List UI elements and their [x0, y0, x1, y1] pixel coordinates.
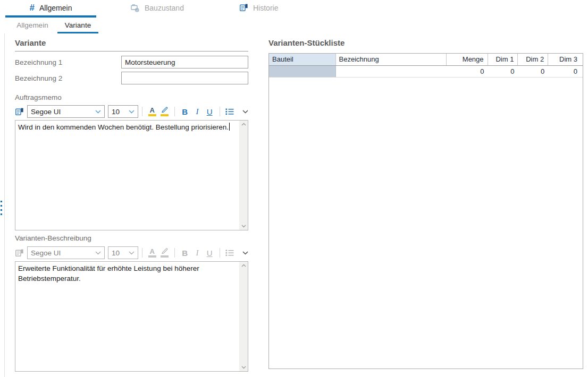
font-color-button: A [146, 246, 158, 259]
varianten-beschreibung-label: Varianten-Beschreibung [15, 234, 91, 242]
pencil-icon [161, 248, 168, 254]
heading-rule [15, 51, 248, 52]
cell-bezeichnung[interactable] [336, 66, 447, 77]
main-tab-allgemein[interactable]: # Allgemein [5, 0, 96, 15]
text-caret [229, 123, 230, 131]
toolbar-more-chevron-icon[interactable] [242, 251, 248, 255]
scroll-up-icon[interactable] [241, 264, 246, 267]
bullet-list-button[interactable] [224, 105, 236, 118]
auftragsmemo-label: Auftragsmemo [15, 93, 62, 101]
sub-tab-variante[interactable]: Variante [57, 19, 98, 32]
pencil-icon [161, 107, 168, 113]
scroll-down-icon[interactable] [241, 366, 246, 369]
font-color-swatch [148, 114, 156, 116]
stueckliste-section-heading: Varianten-Stückliste [268, 38, 345, 47]
panel-left-border [4, 33, 5, 377]
splitter-grip[interactable] [1, 201, 3, 215]
table-row[interactable]: 0 0 0 0 [269, 66, 583, 78]
bold-button[interactable]: B [179, 105, 191, 118]
bullet-list-icon [225, 249, 234, 256]
cell-bauteil-selected[interactable] [269, 66, 336, 77]
toolbar-separator [142, 107, 142, 116]
font-family-value: Segoe UI [31, 249, 61, 257]
variante-section-heading: Variante [15, 38, 46, 47]
underline-button[interactable]: U [204, 105, 216, 118]
varianten-beschreibung-textarea[interactable]: Erweiterte Funktionalität für erhöhte Le… [15, 261, 248, 372]
chevron-down-icon [95, 110, 101, 114]
varianten-stueckliste-table: Bauteil Bezeichnung Menge Dim 1 Dim 2 Di… [268, 53, 583, 369]
chevron-down-icon [95, 251, 101, 255]
bezeichnung1-label: Bezeichnung 1 [15, 58, 62, 66]
memo-scrollbar[interactable] [239, 121, 248, 230]
scroll-up-icon[interactable] [241, 123, 246, 126]
machine-icon [130, 3, 140, 13]
cell-dim1[interactable]: 0 [488, 66, 518, 77]
hash-icon: # [30, 3, 35, 13]
toolbar-separator [174, 248, 175, 258]
column-header-bauteil[interactable]: Bauteil [269, 54, 336, 65]
table-header-row: Bauteil Bezeichnung Menge Dim 1 Dim 2 Di… [269, 54, 583, 66]
font-color-button[interactable]: A [146, 105, 158, 118]
font-size-select[interactable]: 10 [108, 105, 138, 118]
column-header-dim2[interactable]: Dim 2 [518, 54, 548, 65]
italic-button: I [191, 246, 203, 259]
main-tab-label: Allgemein [39, 4, 72, 12]
varianten-beschreibung-text: Erweiterte Funktionalität für erhöhte Le… [18, 264, 199, 282]
font-color-swatch [148, 255, 156, 258]
font-size-value: 10 [112, 108, 120, 116]
toolbar-separator [220, 248, 220, 258]
bezeichnung1-input[interactable] [121, 56, 248, 68]
sub-tab-label: Variante [65, 21, 91, 29]
beschreibung-scrollbar[interactable] [239, 262, 248, 371]
history-book-icon [239, 3, 248, 12]
active-subtab-underline [57, 32, 98, 33]
auftragsmemo-text: Wird in den kommenden Wochen benötigt. B… [18, 123, 229, 131]
cell-menge[interactable]: 0 [447, 66, 488, 77]
memo-doc-icon [15, 249, 24, 258]
bullet-list-icon [225, 108, 234, 115]
toolbar-separator [220, 107, 220, 116]
bezeichnung2-label: Bezeichnung 2 [15, 74, 62, 82]
main-tab-label: Historie [253, 4, 278, 12]
column-header-dim3[interactable]: Dim 3 [548, 54, 583, 65]
main-tab-bauzustand[interactable]: Bauzustand [130, 0, 184, 15]
column-header-bezeichnung[interactable]: Bezeichnung [336, 54, 447, 65]
cell-dim2[interactable]: 0 [518, 66, 548, 77]
italic-button[interactable]: I [191, 105, 203, 118]
bold-button: B [179, 246, 191, 259]
active-tab-underline [5, 15, 96, 18]
toolbar-separator [174, 107, 175, 116]
scroll-down-icon[interactable] [241, 225, 246, 228]
highlight-color-swatch [161, 255, 169, 258]
sub-tab-label: Allgemein [16, 21, 48, 29]
auftragsmemo-textarea[interactable]: Wird in den kommenden Wochen benötigt. B… [15, 120, 248, 230]
font-family-select[interactable]: Segoe UI [27, 105, 105, 118]
chevron-down-icon [129, 251, 135, 255]
highlight-button[interactable] [158, 105, 171, 118]
memo-doc-icon [15, 107, 24, 116]
toolbar-more-chevron-icon[interactable] [242, 110, 248, 114]
chevron-down-icon [129, 110, 135, 114]
beschreibung-rtf-toolbar: Segoe UI 10 A B I U [15, 246, 248, 260]
toolbar-separator [142, 248, 142, 258]
cell-dim3[interactable]: 0 [548, 66, 583, 77]
highlight-button [158, 246, 171, 259]
highlight-color-swatch [161, 114, 169, 116]
font-family-select: Segoe UI [27, 246, 105, 259]
font-size-value: 10 [112, 249, 120, 257]
sub-tab-allgemein[interactable]: Allgemein [10, 19, 55, 32]
font-family-value: Segoe UI [31, 108, 61, 116]
font-size-select: 10 [108, 246, 138, 259]
column-header-dim1[interactable]: Dim 1 [488, 54, 518, 65]
bezeichnung2-input[interactable] [121, 72, 248, 84]
column-header-menge[interactable]: Menge [447, 54, 488, 65]
underline-button: U [204, 246, 216, 259]
main-tab-historie[interactable]: Historie [239, 0, 278, 15]
memo-rtf-toolbar: Segoe UI 10 A B I U [15, 105, 248, 118]
bullet-list-button [224, 246, 236, 259]
main-tab-label: Bauzustand [145, 4, 184, 12]
